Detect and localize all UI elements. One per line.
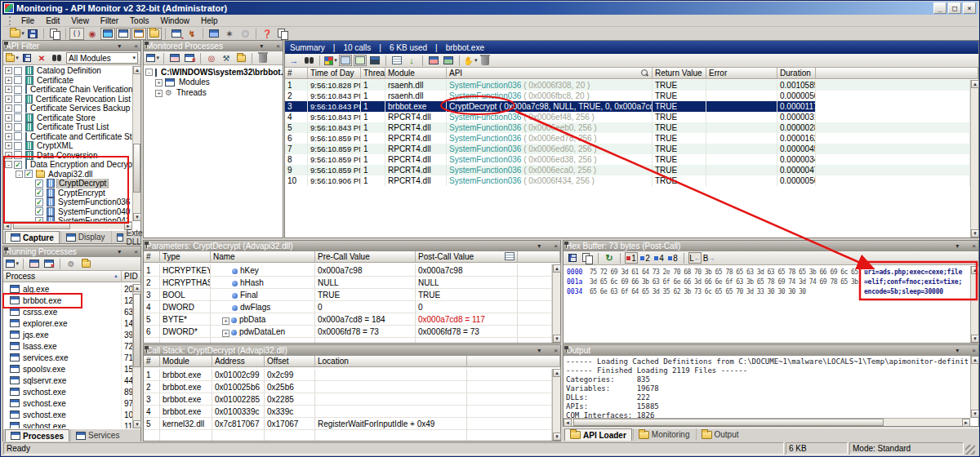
menu-view[interactable]: View <box>66 16 94 26</box>
callstack-row[interactable]: 2brbbot.exe0x010025b60x25b6 <box>144 381 552 393</box>
column-header-return-value[interactable]: Return Value <box>653 68 706 78</box>
param-column-type[interactable]: Type <box>160 251 211 262</box>
callstack-column-location[interactable]: Location <box>315 356 467 366</box>
process-row[interactable]: jqs.exe392 <box>3 330 132 341</box>
byte-group-1-button[interactable]: 1 <box>625 252 638 264</box>
callstack-row[interactable]: 5kernel32.dll0x7c8170670x17067RegisterWa… <box>144 418 552 430</box>
summary-row[interactable]: 109:56:10.906 PM1RPCRT4.dllSystemFunctio… <box>285 175 970 186</box>
expand-tree-toggle[interactable] <box>339 55 352 66</box>
monitored-root[interactable]: -C:\WINDOWS\system32\brbbot.exe - PI <box>144 68 283 78</box>
scroll-up-icon[interactable]: ▲ <box>971 266 979 274</box>
expander-icon[interactable]: + <box>155 90 163 97</box>
pin-icon[interactable] <box>266 42 273 50</box>
tree-item-certificate-and-certificate-store-mainten[interactable]: +Certificate and Certificate Store Maint… <box>3 132 132 142</box>
find-button[interactable] <box>302 55 315 66</box>
help-button[interactable]: ❓ <box>260 28 274 40</box>
summary-row[interactable]: 89:56:10.859 PM1RPCRT4.dllSystemFunction… <box>285 154 970 165</box>
monitor-selected-button[interactable] <box>28 258 41 269</box>
tab-services[interactable]: Services <box>70 429 124 441</box>
process-row[interactable]: svchost.exe976 <box>3 398 132 410</box>
callstack-vscrollbar[interactable]: ▲ ▼ <box>552 369 560 441</box>
tab-display[interactable]: Display <box>60 231 110 243</box>
properties-button[interactable] <box>234 52 247 64</box>
remove-monitor-button[interactable]: ✕ <box>183 52 196 64</box>
close-icon[interactable]: × <box>554 347 558 354</box>
delete-all-button[interactable] <box>479 55 492 66</box>
parameter-row[interactable]: 3BOOLFinalTRUETRUE <box>144 289 552 301</box>
column-header-error[interactable]: Error <box>706 68 777 78</box>
checkbox[interactable] <box>14 113 22 122</box>
expander-icon[interactable]: + <box>5 104 12 112</box>
expander-icon[interactable]: - <box>145 69 153 76</box>
tab-monitoring[interactable]: Monitoring <box>633 428 695 441</box>
api-filter-hscrollbar[interactable]: ◄ ► <box>3 221 132 229</box>
search-icon[interactable] <box>641 69 648 77</box>
summary-row[interactable]: 49:56:10.843 PM1RPCRT4.dllSystemFunction… <box>285 112 970 122</box>
notes-button[interactable] <box>275 28 290 40</box>
checkbox[interactable]: ✓ <box>35 189 43 197</box>
highlight-button[interactable]: ▾ <box>324 55 337 66</box>
tree-item-advapi32-dll[interactable]: -✓Advapi32.dll <box>3 170 132 180</box>
resize-grip[interactable] <box>965 445 975 455</box>
byte-group-8-button[interactable]: 8 <box>666 252 679 264</box>
summary-row[interactable]: 39:56:10.843 PM1brbbot.exeCryptDecrypt (… <box>285 101 970 112</box>
pin-icon[interactable] <box>544 347 550 354</box>
parameters-view-toggle[interactable] <box>116 28 131 40</box>
expander-icon[interactable]: + <box>5 77 12 84</box>
expander-icon[interactable]: - <box>16 171 23 178</box>
process-row[interactable]: csrss.exe636 <box>3 307 132 318</box>
tree-item-systemfunction036[interactable]: ✓SystemFunction036 <box>3 197 132 207</box>
tab-processes[interactable]: Processes <box>5 429 69 441</box>
summary-row[interactable]: 69:56:10.859 PM1RPCRT4.dllSystemFunction… <box>285 133 970 144</box>
process-row[interactable]: services.exe712 <box>3 353 132 364</box>
scroll-thumb[interactable] <box>13 222 70 229</box>
scroll-right-icon[interactable]: ► <box>962 419 970 427</box>
checkbox[interactable] <box>14 67 22 75</box>
checkbox[interactable] <box>14 151 22 159</box>
expander-icon[interactable]: + <box>5 86 12 93</box>
scroll-thumb[interactable] <box>573 419 884 426</box>
summary-vscrollbar[interactable]: ▲ ▼ <box>970 80 978 237</box>
columns-button[interactable] <box>390 55 403 66</box>
checkbox[interactable]: ✓ <box>14 161 22 169</box>
unmonitor-button[interactable]: ✕ <box>42 258 56 269</box>
process-tree-button[interactable]: ⚙ <box>65 258 78 269</box>
tree-item-catalog-definition[interactable]: +Catalog Definition <box>3 66 132 76</box>
chevron-down-icon[interactable]: ▾ <box>956 347 959 354</box>
callstack-column-address[interactable]: Address <box>212 356 265 366</box>
callstack-view-toggle[interactable] <box>131 28 146 40</box>
scroll-left-icon[interactable]: ◄ <box>3 222 11 230</box>
menu-window[interactable]: Window <box>155 16 194 26</box>
expander-icon[interactable]: + <box>5 133 12 140</box>
checkbox[interactable] <box>14 123 22 131</box>
scroll-down-icon[interactable]: ▼ <box>971 410 979 418</box>
scroll-up-icon[interactable]: ▲ <box>133 66 141 74</box>
scroll-up-icon[interactable]: ▲ <box>971 356 979 364</box>
menu-filter[interactable]: Filter <box>96 16 123 26</box>
hex-copy-button[interactable] <box>581 252 594 264</box>
scroll-thumb[interactable] <box>133 144 140 193</box>
scroll-left-icon[interactable]: ◄ <box>564 419 572 427</box>
filter-open-button[interactable]: ▾ <box>6 52 19 64</box>
column-header--[interactable]: # <box>285 68 308 78</box>
modules-view-button[interactable]: ⚒ <box>220 52 233 64</box>
grid-icon[interactable] <box>505 252 514 260</box>
monitor-new-button[interactable]: ▾ <box>146 52 159 64</box>
parameter-row[interactable]: 5BYTE*+pbData0x000a7cd8 = 1840x000a7cd8 … <box>144 313 552 326</box>
tree-item-certificate-trust-list[interactable]: +Certificate Trust List <box>3 122 132 132</box>
summary-row[interactable]: 19:56:10.828 PM1rsaenh.dllSystemFunction… <box>285 80 970 91</box>
hex-row[interactable]: 000075 72 69 3d 61 64 73 2e 70 68 70 3b … <box>567 268 970 277</box>
close-icon[interactable]: × <box>554 242 558 250</box>
close-icon[interactable]: × <box>972 242 976 250</box>
endian-l-button[interactable]: L← <box>688 252 702 264</box>
parameters-vscrollbar[interactable]: ▲ ▼ <box>552 264 560 343</box>
tree-item-cryptdecrypt[interactable]: ✓CryptDecrypt <box>3 179 132 189</box>
tools-button[interactable]: ✶ <box>222 28 237 40</box>
parameter-row[interactable]: 6DWORD*+pdwDataLen0x0006fd78 = 730x0006f… <box>144 326 552 338</box>
process-row[interactable]: svchost.exe1108 <box>3 421 132 428</box>
process-row[interactable]: svchost.exe1064 <box>3 410 132 421</box>
fingerprint-button[interactable] <box>238 28 252 40</box>
api-filter-vscrollbar[interactable]: ▲ ▼ <box>132 66 140 221</box>
checkbox[interactable] <box>14 132 22 140</box>
param-column-pre-call-value[interactable]: Pre-Call Value <box>315 251 416 262</box>
